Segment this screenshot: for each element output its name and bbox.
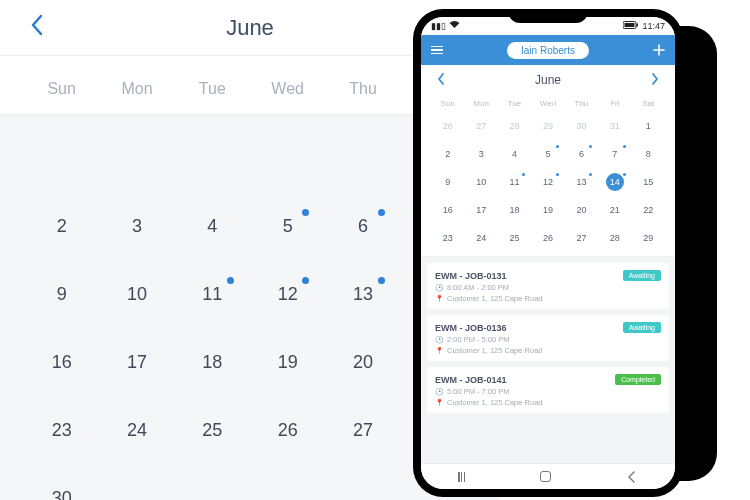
calendar-day[interactable]: 14 — [598, 172, 631, 192]
calendar-day[interactable]: 9 — [431, 172, 464, 192]
day-number: 15 — [643, 177, 653, 187]
jobs-list: EWM - JOB-0131Awaiting🕒8:00 AM - 2:00 PM… — [421, 257, 675, 463]
battery-icon — [623, 21, 639, 31]
calendar-day[interactable]: 3 — [464, 144, 497, 164]
day-number: 22 — [643, 205, 653, 215]
event-dot-icon — [302, 277, 309, 284]
calendar-day[interactable]: 28 — [498, 116, 531, 136]
calendar-day[interactable]: 6 — [325, 203, 400, 249]
job-title: EWM - JOB-0131 — [435, 271, 507, 281]
job-card[interactable]: EWM - JOB-0131Awaiting🕒8:00 AM - 2:00 PM… — [427, 263, 669, 309]
calendar-day[interactable]: 16 — [24, 339, 99, 385]
calendar-day[interactable]: 20 — [325, 339, 400, 385]
calendar-day[interactable]: 17 — [99, 339, 174, 385]
calendar-day[interactable]: 4 — [175, 203, 250, 249]
job-time-row: 🕒5:00 PM - 7:00 PM — [435, 387, 661, 396]
job-card[interactable]: EWM - JOB-0136Awaiting🕒2:00 PM - 5:00 PM… — [427, 315, 669, 361]
app-bar: Iain Roberts — [421, 35, 675, 65]
calendar-day[interactable]: 22 — [632, 200, 665, 220]
selected-day[interactable]: 14 — [606, 173, 624, 191]
event-dot-icon — [522, 173, 525, 176]
calendar-day[interactable]: 24 — [99, 407, 174, 453]
prev-month-button[interactable] — [30, 14, 44, 42]
day-number: 12 — [543, 177, 553, 187]
day-number: 31 — [610, 121, 620, 131]
calendar-day[interactable]: 25 — [498, 228, 531, 248]
calendar-day[interactable]: 9 — [24, 271, 99, 317]
nav-back-button[interactable] — [626, 471, 638, 483]
calendar-day[interactable]: 12 — [531, 172, 564, 192]
calendar-day[interactable]: 13 — [325, 271, 400, 317]
calendar-day[interactable]: 19 — [531, 200, 564, 220]
clock-icon: 🕒 — [435, 336, 444, 344]
day-number: 5 — [283, 216, 293, 237]
calendar-day[interactable]: 30 — [565, 116, 598, 136]
nav-recent-button[interactable] — [458, 472, 465, 482]
calendar-day[interactable]: 27 — [325, 407, 400, 453]
calendar-day[interactable]: 7 — [598, 144, 631, 164]
calendar-day[interactable]: 18 — [498, 200, 531, 220]
day-number: 13 — [353, 284, 373, 305]
user-pill[interactable]: Iain Roberts — [507, 42, 589, 59]
calendar-day[interactable]: 18 — [175, 339, 250, 385]
calendar-day — [325, 135, 400, 181]
weekday-label: Wed — [250, 80, 325, 98]
calendar-day[interactable]: 8 — [632, 144, 665, 164]
calendar-day[interactable]: 23 — [24, 407, 99, 453]
day-number: 26 — [278, 420, 298, 441]
nav-home-button[interactable] — [540, 471, 551, 482]
calendar-day[interactable]: 17 — [464, 200, 497, 220]
calendar-day[interactable]: 11 — [175, 271, 250, 317]
calendar-day[interactable]: 11 — [498, 172, 531, 192]
calendar-day[interactable]: 13 — [565, 172, 598, 192]
calendar-day[interactable]: 31 — [598, 116, 631, 136]
day-number: 29 — [543, 121, 553, 131]
calendar-day[interactable]: 12 — [250, 271, 325, 317]
weekday-label: Tue — [498, 99, 531, 108]
calendar-day[interactable]: 5 — [531, 144, 564, 164]
calendar-day[interactable]: 2 — [431, 144, 464, 164]
day-number: 10 — [127, 284, 147, 305]
calendar-day[interactable]: 27 — [464, 116, 497, 136]
calendar-day[interactable]: 27 — [565, 228, 598, 248]
calendar-day[interactable]: 1 — [632, 116, 665, 136]
calendar-day[interactable]: 10 — [464, 172, 497, 192]
calendar-day[interactable]: 29 — [632, 228, 665, 248]
calendar-day[interactable]: 24 — [464, 228, 497, 248]
calendar-day[interactable]: 26 — [531, 228, 564, 248]
calendar-day[interactable]: 26 — [431, 116, 464, 136]
calendar-day[interactable]: 19 — [250, 339, 325, 385]
calendar-day[interactable]: 15 — [632, 172, 665, 192]
calendar-day[interactable]: 30 — [24, 475, 99, 500]
calendar-day[interactable]: 21 — [598, 200, 631, 220]
calendar-day[interactable]: 25 — [175, 407, 250, 453]
event-dot-icon — [378, 277, 385, 284]
svg-rect-1 — [625, 23, 635, 27]
calendar-day[interactable]: 2 — [24, 203, 99, 249]
mobile-prev-month-button[interactable] — [437, 73, 445, 88]
event-dot-icon — [302, 209, 309, 216]
calendar-day[interactable]: 23 — [431, 228, 464, 248]
day-number: 19 — [278, 352, 298, 373]
day-number: 17 — [127, 352, 147, 373]
job-time-row: 🕒2:00 PM - 5:00 PM — [435, 335, 661, 344]
clock-icon: 🕒 — [435, 284, 444, 292]
calendar-day[interactable]: 29 — [531, 116, 564, 136]
calendar-day[interactable]: 28 — [598, 228, 631, 248]
calendar-day[interactable]: 5 — [250, 203, 325, 249]
add-button[interactable] — [653, 44, 665, 56]
calendar-day[interactable]: 16 — [431, 200, 464, 220]
job-card[interactable]: EWM - JOB-0141Completed🕒5:00 PM - 7:00 P… — [427, 367, 669, 413]
day-number: 6 — [579, 149, 584, 159]
calendar-day[interactable]: 10 — [99, 271, 174, 317]
calendar-day[interactable]: 6 — [565, 144, 598, 164]
calendar-day[interactable]: 26 — [250, 407, 325, 453]
calendar-day[interactable]: 4 — [498, 144, 531, 164]
menu-button[interactable] — [431, 46, 443, 55]
weekday-label: Sat — [632, 99, 665, 108]
calendar-day[interactable]: 20 — [565, 200, 598, 220]
calendar-day[interactable]: 3 — [99, 203, 174, 249]
mobile-next-month-button[interactable] — [651, 73, 659, 88]
event-dot-icon — [589, 145, 592, 148]
event-dot-icon — [623, 173, 626, 176]
